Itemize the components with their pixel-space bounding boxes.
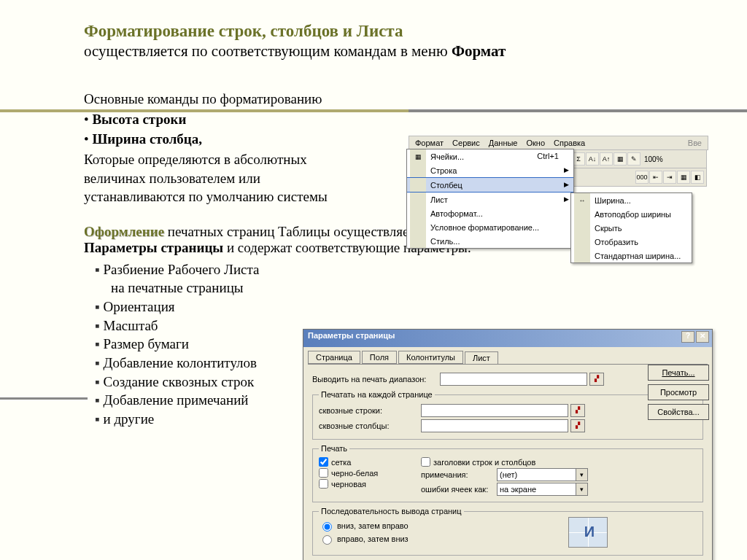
print-range-input[interactable] (440, 373, 587, 386)
through-cols-label: сквозные столбцы: (319, 421, 421, 430)
range-picker-icon[interactable]: ▞ (589, 373, 604, 386)
menu-window[interactable]: Окно (522, 138, 550, 148)
param-1: Ориентация (104, 299, 175, 314)
column-submenu: ↔ Ширина... Автоподбор ширины Скрыть Ото… (570, 192, 692, 263)
sort-desc-icon[interactable]: A↑ (600, 152, 613, 166)
param-3: Размер бумаги (104, 336, 189, 351)
param-0: Разбиение Рабочего Листа (104, 262, 260, 277)
grid-label: сетка (331, 458, 351, 467)
chevron-down-icon: ▾ (576, 483, 587, 495)
menu-sheet[interactable]: Лист ▶ (407, 192, 573, 206)
divider-left (0, 397, 88, 400)
section1-intro: Основные команды по форматированию (84, 90, 361, 109)
section1: Основные команды по форматированию Высот… (84, 90, 361, 206)
params-bold: Параметры страницы (84, 240, 223, 255)
menubar: Формат Сервис Данные Окно Справка Вве (409, 136, 708, 150)
dialog-tabs: Страница Поля Колонтитулы Лист (303, 347, 712, 364)
order-down-radio[interactable] (322, 522, 332, 532)
bullet-width: Ширина столбца, (92, 131, 202, 147)
page-title: Форматирование строк, столбцов и Листа (84, 22, 711, 41)
through-rows-input[interactable] (421, 404, 568, 417)
indent-inc-icon[interactable]: ⇥ (663, 171, 676, 184)
param-2: Масштаб (104, 318, 158, 333)
tab-sheet[interactable]: Лист (465, 351, 498, 365)
headings-checkbox[interactable] (421, 457, 430, 467)
excel-menu-screenshot: Формат Сервис Данные Окно Справка Вве Σ … (409, 136, 708, 187)
help-field[interactable]: Вве (684, 138, 706, 148)
menu-tools[interactable]: Сервис (448, 138, 484, 148)
subtitle-bold: Формат (452, 42, 506, 60)
notes-label: примечания: (421, 470, 494, 479)
through-cols-input[interactable] (421, 419, 568, 432)
preview-button[interactable]: Просмотр (648, 384, 709, 400)
indent-dec-icon[interactable]: ⇤ (649, 171, 662, 184)
dialog-title: Параметры страницы (308, 331, 395, 340)
order-right-radio[interactable] (322, 535, 332, 545)
bw-checkbox[interactable] (319, 468, 328, 478)
cells-icon: ▦ (410, 149, 426, 163)
notes-combo[interactable]: (нет)▾ (497, 468, 588, 481)
order-arrow-icon: И (584, 524, 595, 540)
tab-page[interactable]: Страница (308, 351, 360, 364)
sort-asc-icon[interactable]: A↓ (586, 152, 599, 166)
menu-condfmt[interactable]: Условное форматирование... (407, 220, 573, 234)
menu-column[interactable]: Столбец ▶ (407, 177, 573, 192)
format-btn[interactable]: 000 (635, 171, 649, 184)
grid-checkbox[interactable] (319, 457, 328, 467)
sub-autofit-label: Автоподбор ширины (595, 210, 671, 219)
borders-icon[interactable]: ▦ (677, 171, 690, 184)
print-button[interactable]: Печать... (648, 365, 709, 381)
tab-margins[interactable]: Поля (362, 351, 397, 364)
order-down-label: вниз, затем вправо (337, 521, 409, 530)
range-picker-icon[interactable]: ▞ (570, 404, 585, 417)
bw-label: черно-белая (331, 469, 378, 478)
menu-condfmt-label: Условное форматирование... (430, 223, 539, 232)
menu-cells[interactable]: ▦ Ячейки... Ctrl+1 (407, 149, 573, 163)
through-rows-label: сквозные строки: (319, 406, 421, 415)
menu-row[interactable]: Строка ▶ (407, 163, 573, 177)
divider (0, 109, 747, 112)
section1-rest: Которые определяются в абсолютных величи… (84, 150, 361, 206)
draft-checkbox[interactable] (319, 479, 328, 489)
each-page-legend: Печатать на каждой странице (319, 390, 435, 399)
tab-headers[interactable]: Колонтитулы (398, 351, 463, 364)
chart-icon[interactable]: ▦ (614, 152, 627, 166)
each-page-group: Печатать на каждой странице сквозные стр… (312, 390, 703, 440)
menu-style-label: Стиль... (430, 237, 460, 246)
menu-style[interactable]: Стиль... (407, 234, 573, 248)
menu-row-label: Строка (430, 166, 457, 175)
sub-width[interactable]: ↔ Ширина... (571, 193, 692, 207)
help-icon[interactable]: ? (681, 331, 694, 343)
zoom-box[interactable]: 100% (641, 155, 666, 163)
drawing-icon[interactable]: ✎ (627, 152, 640, 166)
page-subtitle: осуществляется по соответствующим команд… (84, 42, 711, 61)
menu-autoformat-label: Автоформат... (430, 209, 483, 218)
print-group: Печать сетка черно-белая черновая заголо… (312, 444, 703, 502)
sub-stdwidth[interactable]: Стандартная ширина... (571, 249, 692, 262)
menu-cells-shortcut: Ctrl+1 (537, 152, 559, 160)
menu-help[interactable]: Справка (549, 138, 589, 148)
menu-data[interactable]: Данные (484, 138, 522, 148)
sub-autofit[interactable]: Автоподбор ширины (571, 207, 692, 221)
menu-autoformat[interactable]: Автоформат... (407, 206, 573, 220)
close-icon[interactable]: ✕ (696, 331, 709, 343)
draft-label: черновая (331, 480, 366, 489)
menu-format[interactable]: Формат (411, 138, 448, 148)
param-7: и другие (104, 411, 155, 427)
sub-hide-label: Скрыть (595, 224, 622, 233)
arrow-icon: ▶ (564, 195, 569, 203)
errors-combo[interactable]: на экране▾ (497, 483, 588, 496)
sub-hide[interactable]: Скрыть (571, 221, 692, 235)
sub-unhide[interactable]: Отобразить (571, 235, 692, 249)
fill-icon[interactable]: ◧ (691, 171, 704, 184)
param-6: Добавление примечаний (104, 392, 249, 408)
order-right-label: вправо, затем вниз (337, 534, 409, 543)
param-0b: на печатные страницы (111, 280, 244, 295)
order-group: Последовательность вывода страниц вниз, … (312, 507, 703, 556)
page-setup-dialog: Параметры страницы ? ✕ Страница Поля Кол… (303, 329, 713, 560)
chevron-down-icon: ▾ (576, 469, 587, 481)
param-4: Добавление колонтитулов (104, 355, 258, 370)
range-picker-icon[interactable]: ▞ (570, 419, 585, 432)
sub-unhide-label: Отобразить (595, 238, 638, 246)
properties-button[interactable]: Свойства... (648, 404, 709, 420)
